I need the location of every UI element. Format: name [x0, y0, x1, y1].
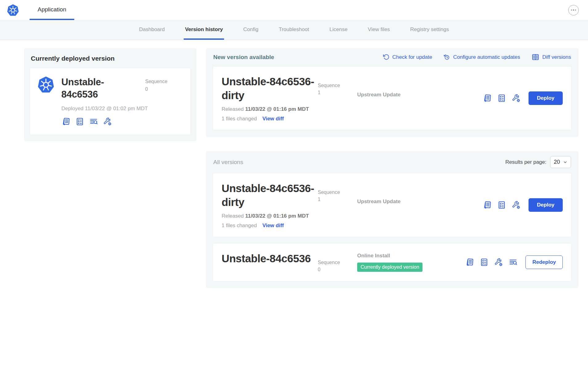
version-title: Unstable-84c6536 — [222, 251, 318, 265]
version-row: Unstable-84c6536-dirty Released11/03/22 … — [213, 173, 572, 237]
version-source: Upstream Update — [357, 199, 401, 205]
version-source: Upstream Update — [357, 92, 401, 98]
deployed-version-title: Unstable-84c6536 — [61, 76, 138, 101]
preflight-checks-icon[interactable] — [480, 258, 489, 267]
version-sequence: Sequence 1 — [318, 189, 357, 203]
release-notes-icon[interactable] — [465, 258, 474, 267]
new-version-section: New version available Check for update C… — [206, 48, 578, 137]
main-content: Currently deployed version Unstable-84c6… — [0, 40, 588, 288]
deploy-button[interactable]: Deploy — [529, 91, 563, 105]
version-actions: Deploy — [483, 198, 563, 212]
all-versions-heading: All versions — [213, 159, 243, 166]
release-notes-icon[interactable] — [61, 117, 71, 126]
version-title: Unstable-84c6536-dirty — [222, 74, 318, 102]
version-sequence: Sequence 0 — [318, 259, 357, 273]
release-notes-icon[interactable] — [483, 200, 492, 210]
version-released: Released11/03/22 @ 01:16 pm MDT — [222, 213, 318, 219]
ellipsis-icon — [571, 10, 572, 11]
app-subnav: Dashboard Version history Config Trouble… — [0, 20, 588, 40]
edit-config-icon[interactable] — [494, 258, 503, 267]
view-logs-icon[interactable] — [508, 258, 518, 267]
release-notes-icon[interactable] — [483, 94, 492, 103]
version-released: Released11/03/22 @ 01:16 pm MDT — [222, 106, 318, 112]
files-changed: 1 files changed — [222, 223, 257, 229]
view-diff-link[interactable]: View diff — [262, 116, 284, 122]
deployed-sequence: Sequence 0 — [145, 76, 172, 93]
refresh-icon — [382, 54, 390, 61]
deployed-actions — [61, 117, 183, 126]
files-changed: 1 files changed — [222, 116, 257, 122]
app-tab-application[interactable]: Application — [30, 0, 74, 20]
diff-versions-link[interactable]: Diff versions — [531, 53, 571, 61]
tab-registry-settings[interactable]: Registry settings — [409, 20, 450, 40]
version-source-block: Online Install Currently deployed versio… — [357, 253, 423, 272]
currently-deployed-panel: Currently deployed version Unstable-84c6… — [24, 48, 196, 141]
tab-version-history[interactable]: Version history — [184, 20, 224, 40]
new-version-heading: New version available — [213, 54, 274, 61]
redeploy-button[interactable]: Redeploy — [525, 255, 563, 269]
configure-automatic-updates-link[interactable]: Configure automatic updates — [443, 54, 520, 61]
tab-troubleshoot[interactable]: Troubleshoot — [277, 20, 310, 40]
update-schedule-icon — [443, 54, 450, 61]
all-versions-section: All versions Results per page: 20 Unstab… — [206, 151, 578, 288]
app-tab-label: Application — [38, 6, 66, 13]
deployed-version-card: Unstable-84c6536 Sequence 0 Deployed 11/… — [30, 68, 191, 135]
kubernetes-logo-icon — [7, 4, 19, 16]
preflight-checks-icon[interactable] — [497, 200, 506, 210]
deploy-button[interactable]: Deploy — [529, 198, 563, 212]
edit-config-icon[interactable] — [512, 200, 521, 210]
edit-config-icon[interactable] — [512, 94, 521, 103]
results-per-page-select[interactable]: 20 — [550, 156, 571, 168]
deployed-timestamp: Deployed 11/03/22 @ 01:02 pm MDT — [61, 106, 183, 112]
chevron-down-icon — [563, 160, 567, 164]
view-logs-icon[interactable] — [89, 117, 98, 126]
tab-dashboard[interactable]: Dashboard — [138, 20, 166, 40]
check-for-update-link[interactable]: Check for update — [382, 54, 432, 61]
tab-license[interactable]: License — [328, 20, 349, 40]
edit-config-icon[interactable] — [103, 117, 112, 126]
version-title: Unstable-84c6536-dirty — [222, 181, 318, 209]
view-diff-link[interactable]: View diff — [262, 223, 284, 229]
version-actions: Deploy — [483, 91, 563, 105]
tab-config[interactable]: Config — [242, 20, 259, 40]
currently-deployed-heading: Currently deployed version — [31, 55, 190, 62]
version-sequence: Sequence 1 — [318, 82, 357, 96]
overflow-menu-button[interactable] — [568, 5, 579, 15]
currently-deployed-badge: Currently deployed version — [357, 263, 423, 272]
preflight-checks-icon[interactable] — [497, 94, 506, 103]
kubernetes-app-icon — [37, 76, 55, 93]
preflight-checks-icon[interactable] — [75, 117, 84, 126]
version-row: Unstable-84c6536 Sequence 0 Online Insta… — [213, 243, 572, 281]
app-header: Application — [0, 0, 588, 20]
version-actions: Redeploy — [465, 255, 563, 269]
diff-icon — [531, 53, 540, 61]
right-column: New version available Check for update C… — [206, 48, 578, 288]
tab-view-files[interactable]: View files — [367, 20, 391, 40]
version-source: Online Install — [357, 253, 423, 259]
results-per-page-label: Results per page: — [505, 159, 546, 165]
new-version-card: Unstable-84c6536-dirty Released11/03/22 … — [213, 66, 572, 130]
